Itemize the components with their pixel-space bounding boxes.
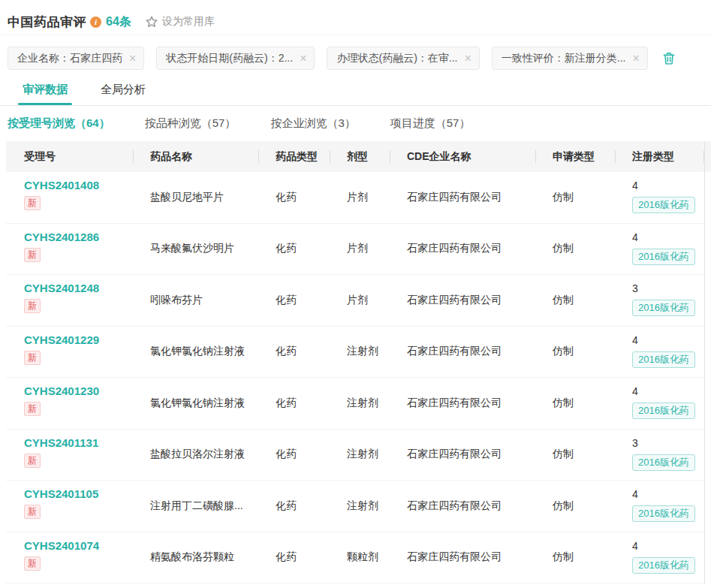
acceptance-no-link[interactable]: CYHS2401131 — [24, 436, 98, 449]
table-row: CYHS2401230 新 氯化钾氯化钠注射液 化药 注射剂 石家庄四药有限公司… — [6, 378, 704, 430]
filter-chip-label: 企业名称：石家庄四药 — [17, 52, 122, 65]
registration-class: 4 — [632, 487, 638, 501]
info-icon[interactable]: i — [90, 17, 101, 28]
acceptance-no-link[interactable]: CYHS2401248 — [24, 282, 99, 294]
acceptance-no-link[interactable]: CYHS2401408 — [24, 179, 99, 191]
set-favorite-button[interactable]: 设为常用库 — [145, 15, 215, 29]
record-count: 64条 — [106, 14, 131, 30]
cell-application-type: 仿制 — [536, 327, 616, 378]
cell-application-type: 仿制 — [536, 430, 616, 481]
col-header-cde-company: CDE企业名称 — [390, 141, 536, 172]
acceptance-no-link[interactable]: CYHS2401229 — [24, 333, 99, 346]
cell-drug-type: 化药 — [259, 224, 330, 275]
cell-application-type: 仿制 — [536, 378, 616, 429]
cell-registration-type: 4 2016版化药 — [616, 378, 704, 429]
new-badge: 新 — [24, 454, 41, 468]
cell-cde-company: 石家庄四药有限公司 — [390, 327, 536, 378]
trash-icon — [661, 50, 676, 66]
cell-cde-company: 石家庄四药有限公司 — [390, 481, 536, 532]
acceptance-no-link[interactable]: CYHS2401105 — [24, 487, 98, 500]
star-icon — [145, 15, 158, 29]
tab-review-data[interactable]: 审评数据 — [23, 74, 68, 105]
registration-class: 4 — [632, 231, 638, 244]
col-header-acceptance-no: 受理号 — [6, 141, 134, 172]
new-badge: 新 — [24, 196, 41, 210]
col-header-registration-type: 注册类型 — [616, 141, 704, 172]
cell-drug-type: 化药 — [259, 481, 330, 532]
registration-version-badge: 2016版化药 — [632, 403, 695, 419]
cell-drug-type: 化药 — [259, 378, 330, 429]
registration-version-badge: 2016版化药 — [632, 249, 695, 265]
table-row: CYHS2401229 新 氯化钾氯化钠注射液 化药 注射剂 石家庄四药有限公司… — [6, 327, 704, 378]
table-row: CYHS2401131 新 盐酸拉贝洛尔注射液 化药 注射剂 石家庄四药有限公司… — [6, 430, 704, 481]
cell-acceptance-no: CYHS2401229 新 — [6, 327, 134, 378]
registration-class: 3 — [632, 436, 638, 450]
clear-filters-button[interactable] — [661, 50, 676, 66]
cell-dosage-form: 片剂 — [330, 224, 390, 275]
cell-cde-company: 石家庄四药有限公司 — [390, 532, 536, 583]
cell-registration-type: 4 2016版化药 — [616, 172, 704, 223]
registration-version-badge: 2016版化药 — [632, 454, 695, 471]
filter-chip-label: 一致性评价：新注册分类... — [502, 52, 626, 65]
sub-tabs: 按受理号浏览（64） 按品种浏览（57） 按企业浏览（3） 项目进度（57） — [0, 106, 711, 141]
table-body: CYHS2401408 新 盐酸贝尼地平片 化药 片剂 石家庄四药有限公司 仿制… — [6, 172, 704, 583]
table-row: CYHS2401248 新 吲哚布芬片 化药 片剂 石家庄四药有限公司 仿制 3… — [6, 275, 704, 327]
cell-dosage-form: 注射剂 — [330, 327, 390, 378]
registration-version-badge: 2016版化药 — [632, 557, 695, 574]
cell-drug-type: 化药 — [259, 430, 330, 481]
review-table: 受理号 药品名称 药品类型 剂型 CDE企业名称 申请类型 注册类型 CYHS2… — [6, 141, 711, 583]
registration-class: 4 — [632, 539, 638, 553]
filter-chip-consistency: 一致性评价：新注册分类... × — [492, 47, 648, 70]
registration-version-badge: 2016版化药 — [632, 505, 695, 522]
cell-registration-type: 4 2016版化药 — [616, 224, 704, 275]
new-badge: 新 — [24, 402, 41, 416]
cell-acceptance-no: CYHS2401248 新 — [6, 275, 134, 326]
registration-class: 4 — [632, 179, 638, 192]
col-header-drug-type: 药品类型 — [259, 141, 330, 172]
cell-registration-type: 3 2016版化药 — [616, 275, 704, 326]
cell-dosage-form: 颗粒剂 — [330, 532, 390, 583]
filter-chip-company: 企业名称：石家庄四药 × — [8, 47, 144, 70]
new-badge: 新 — [24, 248, 41, 262]
filter-chip-label: 办理状态(药融云)：在审... — [336, 52, 457, 65]
col-header-application-type: 申请类型 — [536, 141, 616, 172]
cell-drug-type: 化药 — [259, 275, 330, 326]
tab-global-analysis[interactable]: 全局分析 — [101, 74, 146, 105]
registration-version-badge: 2016版化药 — [632, 197, 695, 213]
cell-acceptance-no: CYHS2401286 新 — [6, 224, 134, 275]
acceptance-no-link[interactable]: CYHS2401074 — [24, 539, 99, 552]
table-overflow-strip — [704, 141, 711, 583]
subtab-by-company[interactable]: 按企业浏览（3） — [270, 116, 355, 131]
subtab-project-progress[interactable]: 项目进度（57） — [390, 116, 471, 131]
cell-dosage-form: 注射剂 — [330, 481, 390, 532]
cell-acceptance-no: CYHS2401230 新 — [6, 378, 134, 429]
acceptance-no-link[interactable]: CYHS2401230 — [24, 384, 99, 397]
close-icon[interactable]: × — [129, 53, 136, 65]
cell-registration-type: 4 2016版化药 — [616, 532, 704, 583]
cell-acceptance-no: CYHS2401408 新 — [6, 172, 134, 223]
table-row: CYHS2401408 新 盐酸贝尼地平片 化药 片剂 石家庄四药有限公司 仿制… — [6, 172, 704, 224]
cell-acceptance-no: CYHS2401074 新 — [6, 532, 134, 583]
close-icon[interactable]: × — [464, 53, 471, 65]
registration-version-badge: 2016版化药 — [632, 300, 695, 316]
subtab-by-variety[interactable]: 按品种浏览（57） — [145, 116, 236, 131]
filter-bar: 企业名称：石家庄四药 × 状态开始日期(药融云)：2... × 办理状态(药融云… — [0, 35, 711, 74]
table-row: CYHS2401074 新 精氨酸布洛芬颗粒 化药 颗粒剂 石家庄四药有限公司 … — [6, 532, 704, 584]
new-badge: 新 — [24, 299, 41, 313]
table-row: CYHS2401286 新 马来酸氟伏沙明片 化药 片剂 石家庄四药有限公司 仿… — [6, 224, 704, 276]
page-header: 中国药品审评 i 64条 设为常用库 — [0, 0, 711, 35]
table-row: CYHS2401105 新 注射用丁二磺酸腺... 化药 注射剂 石家庄四药有限… — [6, 481, 704, 532]
cell-drug-name: 精氨酸布洛芬颗粒 — [134, 532, 259, 583]
cell-drug-name: 盐酸贝尼地平片 — [134, 172, 259, 223]
acceptance-no-link[interactable]: CYHS2401286 — [24, 231, 99, 243]
subtab-by-acceptance-no[interactable]: 按受理号浏览（64） — [8, 116, 110, 131]
cell-acceptance-no: CYHS2401131 新 — [6, 430, 134, 481]
cell-drug-name: 氯化钾氯化钠注射液 — [134, 327, 259, 378]
table-header-row: 受理号 药品名称 药品类型 剂型 CDE企业名称 申请类型 注册类型 — [6, 141, 704, 172]
close-icon[interactable]: × — [632, 53, 639, 65]
registration-class: 3 — [632, 282, 638, 295]
close-icon[interactable]: × — [300, 53, 306, 65]
page-title: 中国药品审评 — [8, 14, 86, 31]
cell-drug-name: 注射用丁二磺酸腺... — [134, 481, 259, 532]
cell-application-type: 仿制 — [536, 275, 616, 326]
